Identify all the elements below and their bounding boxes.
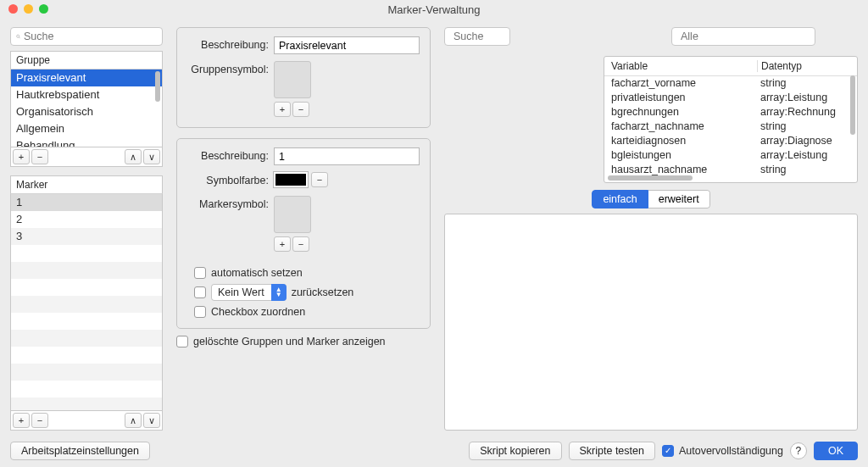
marker-empty-row [11, 347, 162, 364]
variables-hscrollbar[interactable] [608, 175, 693, 181]
variables-list[interactable]: facharzt_vornamestringprivatleistungenar… [604, 76, 857, 182]
marker-item[interactable]: 3 [11, 228, 162, 245]
symbolfarbe-label: Symbolfarbe: [187, 172, 269, 186]
variables-panel: Variable Datentyp facharzt_vornamestring… [604, 56, 858, 183]
variable-name: facharzt_vorname [604, 76, 757, 91]
marker-list[interactable]: 123 [10, 194, 163, 411]
show-deleted-label: gelöschte Gruppen und Marker anzeigen [193, 336, 386, 347]
auto-set-label: automatisch setzen [211, 267, 303, 279]
script-search-input[interactable] [453, 31, 510, 42]
marker-remove-button[interactable]: − [31, 413, 48, 428]
markersymbol-well[interactable] [274, 196, 311, 233]
variable-type: array:Rechnung [757, 105, 857, 120]
reset-label: zurücksetzen [292, 286, 354, 298]
marker-header: Marker [10, 175, 163, 194]
gruppe-down-button[interactable]: ∨ [143, 149, 160, 164]
markersymbol-add-button[interactable]: + [274, 236, 291, 252]
close-window-button[interactable] [8, 4, 18, 14]
gruppe-item[interactable]: Behandlung [11, 137, 162, 147]
autocomplete-checkbox[interactable] [662, 445, 674, 457]
variable-row[interactable]: bgrechnungenarray:Rechnung [604, 105, 857, 120]
marker-add-button[interactable]: + [13, 413, 30, 428]
symbolfarbe-well[interactable] [274, 172, 308, 187]
marker-empty-row [11, 330, 162, 347]
gruppe-list[interactable]: PraxisrelevantHautkrebspatientOrganisato… [10, 69, 163, 147]
ok-button[interactable]: OK [814, 442, 858, 460]
gruppe-add-button[interactable]: + [13, 149, 30, 164]
popup-arrows-icon: ▲▼ [271, 284, 287, 301]
gruppensymbol-label: Gruppensymbol: [187, 61, 269, 75]
variables-vscrollbar[interactable] [850, 75, 855, 135]
gruppe-item[interactable]: Organisatorisch [11, 103, 162, 120]
workplace-settings-button[interactable]: Arbeitsplatzeinstellungen [10, 442, 150, 460]
search-icon [16, 31, 20, 42]
variable-col-header[interactable]: Variable [604, 60, 757, 72]
variable-row[interactable]: bgleistungenarray:Leistung [604, 148, 857, 163]
gruppensymbol-add-button[interactable]: + [274, 102, 291, 117]
test-scripts-button[interactable]: Skripte testen [569, 442, 655, 460]
markersymbol-remove-button[interactable]: − [292, 236, 309, 252]
marker-item[interactable]: 2 [11, 211, 162, 228]
checkbox-assign-checkbox[interactable] [194, 306, 206, 318]
gruppe-beschreibung-field[interactable] [274, 36, 420, 54]
minimize-window-button[interactable] [24, 4, 33, 14]
autocomplete-label: Autovervollständigung [679, 445, 783, 457]
gruppensymbol-well[interactable] [274, 61, 311, 98]
marker-buttonbar: + − ∧ ∨ [10, 411, 163, 431]
marker-empty-row [11, 364, 162, 381]
gruppe-item[interactable]: Allgemein [11, 120, 162, 137]
marker-empty-row [11, 398, 162, 411]
variable-name: facharzt_nachname [604, 120, 757, 134]
auto-set-checkbox[interactable] [194, 267, 206, 279]
gruppe-item[interactable]: Praxisrelevant [11, 69, 162, 86]
window-title: Marker-Verwaltung [387, 3, 480, 16]
symbolfarbe-remove-button[interactable]: − [311, 172, 328, 187]
marker-beschreibung-field[interactable] [274, 147, 420, 165]
script-search[interactable] [444, 27, 510, 46]
gruppe-header: Gruppe [10, 51, 163, 69]
marker-item[interactable]: 1 [11, 194, 162, 211]
reset-popup[interactable]: Kein Wert ▲▼ [211, 284, 287, 301]
variable-type: string [757, 163, 857, 177]
tab-einfach[interactable]: einfach [592, 190, 648, 208]
variable-filter[interactable] [671, 27, 815, 46]
variable-filter-input[interactable] [681, 31, 814, 42]
checkbox-assign-label: Checkbox zuordnen [211, 306, 305, 318]
datentyp-col-header[interactable]: Datentyp [757, 60, 857, 72]
gruppe-item[interactable]: Hautkrebspatient [11, 86, 162, 103]
marker-detail-panel: Beschreibung: Symbolfarbe: − Markersymbo… [176, 138, 431, 329]
marker-down-button[interactable]: ∨ [143, 413, 160, 428]
variable-type: array:Leistung [757, 91, 857, 105]
gruppe-detail-panel: Beschreibung: Gruppensymbol: + − [176, 27, 431, 128]
marker-empty-row [11, 381, 162, 398]
show-deleted-checkbox[interactable] [176, 336, 188, 347]
markersymbol-label: Markersymbol: [187, 196, 269, 210]
svg-line-1 [19, 37, 19, 38]
gruppe-search-input[interactable] [24, 31, 157, 42]
copy-script-button[interactable]: Skript kopieren [469, 442, 561, 460]
zoom-window-button[interactable] [39, 4, 48, 14]
titlebar: Marker-Verwaltung [0, 0, 868, 19]
variable-type: array:Leistung [757, 148, 857, 163]
variable-row[interactable]: facharzt_vornamestring [604, 76, 857, 91]
variable-row[interactable]: facharzt_nachnamestring [604, 120, 857, 134]
script-editor[interactable] [444, 214, 858, 431]
marker-empty-row [11, 279, 162, 296]
gruppe-scrollbar[interactable] [155, 71, 160, 102]
gruppe-remove-button[interactable]: − [31, 149, 48, 164]
marker-empty-row [11, 296, 162, 313]
variable-row[interactable]: privatleistungenarray:Leistung [604, 91, 857, 105]
reset-checkbox[interactable] [194, 286, 206, 298]
gruppe-search[interactable] [10, 27, 163, 46]
variable-type: array:Diagnose [757, 134, 857, 148]
help-button[interactable]: ? [790, 442, 807, 459]
svg-point-0 [17, 35, 19, 37]
mode-segmented: einfach erweitert [592, 190, 709, 208]
variable-type: string [757, 120, 857, 134]
variable-name: privatleistungen [604, 91, 757, 105]
marker-up-button[interactable]: ∧ [125, 413, 142, 428]
gruppe-up-button[interactable]: ∧ [125, 149, 142, 164]
variable-row[interactable]: karteidiagnosenarray:Diagnose [604, 134, 857, 148]
tab-erweitert[interactable]: erweitert [648, 190, 710, 208]
gruppensymbol-remove-button[interactable]: − [292, 102, 309, 117]
